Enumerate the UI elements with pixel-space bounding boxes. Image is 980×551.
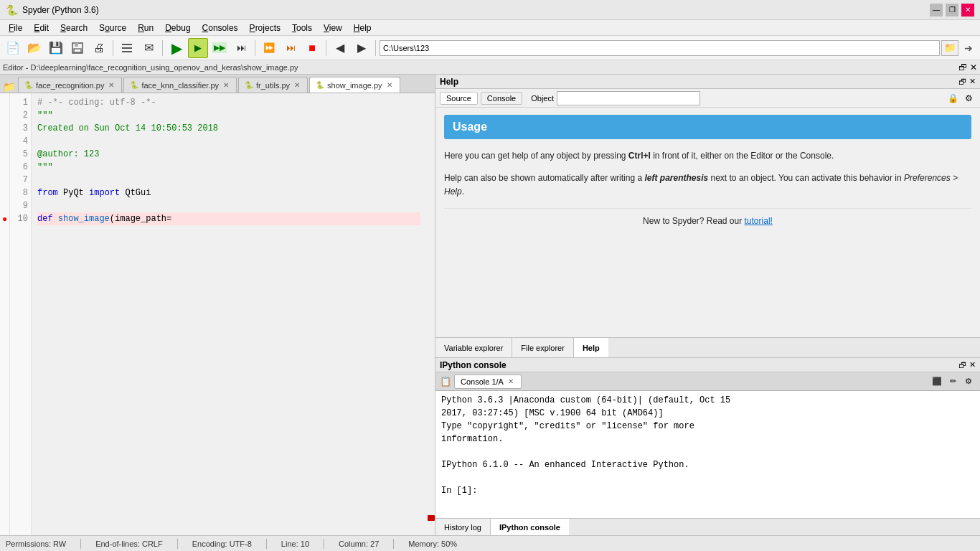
tab-close-fr-utils[interactable]: ✕ bbox=[293, 81, 301, 90]
stop-button[interactable]: ■ bbox=[302, 38, 322, 58]
ipython-console-tab[interactable]: IPython console bbox=[491, 519, 569, 535]
preferences-button[interactable] bbox=[117, 38, 137, 58]
close-button[interactable]: ✕ bbox=[961, 4, 974, 17]
console-line-7 bbox=[441, 471, 974, 484]
save-file-button[interactable]: 💾 bbox=[46, 38, 66, 58]
toolbar-separator-3 bbox=[255, 40, 255, 56]
code-line-8: from PyQt import QtGui bbox=[37, 187, 420, 199]
console-line-2: 2017, 03:27:45) [MSC v.1900 64 bit (AMD6… bbox=[441, 407, 974, 420]
back-nav-button[interactable]: ◀ bbox=[330, 38, 350, 58]
menu-bar: File Edit Search Source Run Debug Consol… bbox=[0, 20, 980, 36]
menu-view[interactable]: View bbox=[318, 22, 348, 34]
console-new-icon[interactable]: 📋 bbox=[440, 376, 451, 387]
tab-close-face-knn[interactable]: ✕ bbox=[222, 81, 230, 90]
file-tree-icon[interactable]: 📁 bbox=[3, 81, 15, 93]
console-line-8: In [1]: bbox=[441, 484, 974, 497]
save-all-button[interactable] bbox=[67, 38, 88, 58]
menu-help[interactable]: Help bbox=[348, 22, 377, 34]
error-gutter: ● bbox=[0, 93, 10, 535]
step-button[interactable]: ⏭ bbox=[231, 38, 251, 58]
tab-face-knn[interactable]: 🐍 face_knn_classifier.py ✕ bbox=[123, 77, 237, 93]
editor-header: Editor - D:\deeplearning\face_recognitio… bbox=[0, 60, 980, 75]
help-tab[interactable]: Help bbox=[574, 338, 608, 357]
status-sep-5 bbox=[393, 539, 394, 549]
console-footer-tabs: History log IPython console bbox=[435, 518, 980, 535]
permissions-status: Permissions: RW bbox=[6, 540, 66, 548]
console-title: IPython console bbox=[440, 360, 507, 370]
object-label: Object bbox=[531, 94, 554, 103]
console-content[interactable]: Python 3.6.3 |Anaconda custom (64-bit)| … bbox=[435, 391, 980, 518]
browse-button[interactable]: 📁 bbox=[941, 40, 958, 56]
variable-explorer-tab[interactable]: Variable explorer bbox=[435, 338, 512, 357]
code-editor[interactable]: ● 12345 678910 # -*- coding: utf-8 -*- "… bbox=[0, 93, 435, 535]
file-explorer-tab[interactable]: File explorer bbox=[512, 338, 574, 357]
console-edit-button[interactable]: ✏ bbox=[946, 375, 960, 389]
code-line-1: # -*- coding: utf-8 -*- bbox=[37, 96, 420, 109]
menu-run[interactable]: Run bbox=[132, 22, 159, 34]
console-tab-1[interactable]: Console 1/A ✕ bbox=[454, 375, 522, 389]
menu-debug[interactable]: Debug bbox=[159, 22, 196, 34]
tutorial-link[interactable]: tutorial! bbox=[745, 216, 773, 226]
debug-step-button[interactable]: ⏭ bbox=[281, 38, 301, 58]
editor-path-label: Editor - D:\deeplearning\face_recognitio… bbox=[3, 63, 298, 72]
tab-face-recognition[interactable]: 🐍 face_recognition.py ✕ bbox=[18, 77, 122, 93]
object-input[interactable] bbox=[557, 91, 700, 105]
console-tab-button[interactable]: Console bbox=[481, 92, 522, 105]
menu-tools[interactable]: Tools bbox=[286, 22, 318, 34]
menu-file[interactable]: File bbox=[3, 22, 28, 34]
console-stop-button[interactable]: ⬛ bbox=[930, 375, 944, 389]
code-line-2: """ bbox=[37, 109, 420, 122]
console-line-6: IPython 6.1.0 -- An enhanced Interactive… bbox=[441, 458, 974, 471]
help-maximize-button[interactable]: 🗗 bbox=[958, 77, 966, 86]
svg-rect-3 bbox=[122, 44, 132, 45]
svg-rect-4 bbox=[122, 47, 132, 49]
path-go-button[interactable]: ➜ bbox=[960, 40, 977, 56]
menu-edit[interactable]: Edit bbox=[28, 22, 55, 34]
toolbar-separator-2 bbox=[162, 40, 163, 56]
console-maximize-button[interactable]: 🗗 bbox=[958, 360, 966, 369]
minimize-button[interactable]: — bbox=[930, 4, 943, 17]
history-log-tab[interactable]: History log bbox=[435, 519, 491, 535]
status-sep-3 bbox=[266, 539, 267, 549]
console-close-button[interactable]: ✕ bbox=[969, 360, 976, 369]
line-status: Line: 10 bbox=[281, 540, 309, 548]
menu-source[interactable]: Source bbox=[93, 22, 132, 34]
svg-rect-5 bbox=[122, 51, 132, 52]
print-button[interactable]: 🖨 bbox=[89, 38, 109, 58]
status-sep-1 bbox=[80, 539, 81, 549]
open-file-button[interactable]: 📂 bbox=[24, 38, 44, 58]
menu-search[interactable]: Search bbox=[55, 22, 93, 34]
path-input[interactable] bbox=[380, 40, 940, 56]
code-line-5: @author: 123 bbox=[37, 148, 420, 161]
tab-show-image[interactable]: 🐍 show_image.py ✕ bbox=[309, 77, 400, 93]
tab-close-show-image[interactable]: ✕ bbox=[385, 81, 394, 90]
fwd-nav-button[interactable]: ▶ bbox=[352, 38, 372, 58]
menu-consoles[interactable]: Consoles bbox=[197, 22, 244, 34]
run-file-button[interactable]: ▶ bbox=[188, 38, 208, 58]
menu-projects[interactable]: Projects bbox=[244, 22, 286, 34]
help-close-button[interactable]: ✕ bbox=[969, 77, 976, 86]
run-cell-button[interactable]: ▶▶ bbox=[209, 38, 230, 58]
tab-close-face-recognition[interactable]: ✕ bbox=[107, 81, 116, 90]
help-action-buttons: 🔒 ⚙ bbox=[946, 91, 976, 105]
email-button[interactable]: ✉ bbox=[138, 38, 159, 58]
debug-button[interactable]: ⏩ bbox=[259, 38, 279, 58]
code-area[interactable]: # -*- coding: utf-8 -*- """ Created on S… bbox=[32, 93, 426, 535]
source-tab-button[interactable]: Source bbox=[440, 92, 478, 105]
console-tab-close[interactable]: ✕ bbox=[507, 377, 515, 386]
help-bottom-tabs: Variable explorer File explorer Help bbox=[435, 337, 980, 357]
usage-box: Usage bbox=[444, 115, 971, 139]
maximize-button[interactable]: ❐ bbox=[946, 4, 958, 17]
run-button[interactable]: ▶ bbox=[166, 38, 187, 58]
lock-button[interactable]: 🔒 bbox=[946, 91, 960, 105]
tab-fr-utils[interactable]: 🐍 fr_utils.py ✕ bbox=[238, 77, 308, 93]
editor-close-button[interactable]: ✕ bbox=[970, 62, 977, 72]
eol-status: End-of-lines: CRLF bbox=[95, 540, 163, 548]
settings-button[interactable]: ⚙ bbox=[961, 91, 976, 105]
line-numbers: 12345 678910 bbox=[10, 93, 32, 535]
editor-maximize-button[interactable]: 🗗 bbox=[958, 62, 967, 72]
console-line-5 bbox=[441, 446, 974, 458]
console-settings-button[interactable]: ⚙ bbox=[961, 375, 976, 389]
new-file-button[interactable]: 📄 bbox=[3, 38, 23, 58]
editor-scrollbar[interactable] bbox=[426, 93, 435, 535]
